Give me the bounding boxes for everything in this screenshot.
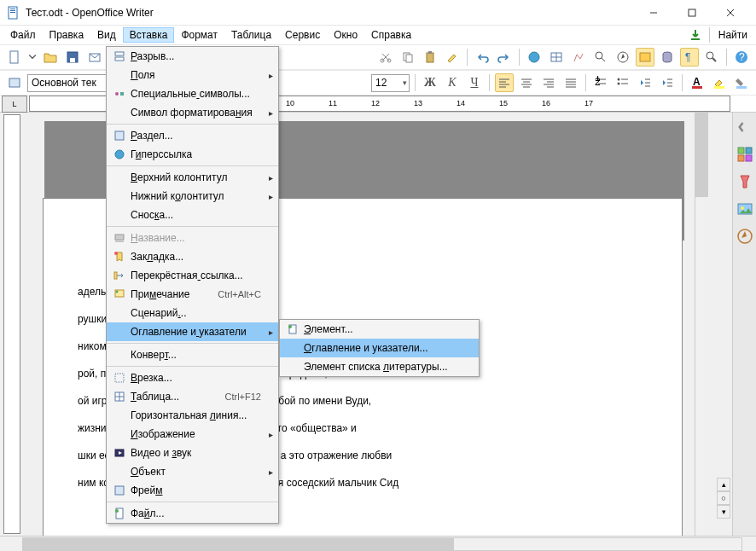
download-icon[interactable] bbox=[689, 28, 702, 42]
insert-menu-item-3[interactable]: Символ форматирования▸ bbox=[107, 103, 278, 122]
insert-menu-item-15[interactable]: ПримечаниеCtrl+Alt+C bbox=[107, 285, 278, 304]
insert-menu-item-17[interactable]: Оглавление и указатели▸ bbox=[107, 322, 278, 341]
undo-button[interactable] bbox=[473, 48, 491, 67]
menu-insert[interactable]: Вставка bbox=[123, 27, 175, 43]
help-button[interactable]: ? bbox=[732, 48, 751, 67]
styles-panel-icon[interactable] bbox=[736, 172, 754, 191]
vertical-scrollbar[interactable] bbox=[695, 113, 708, 536]
find-label[interactable]: Найти bbox=[718, 29, 747, 41]
insert-menu-item-23[interactable]: Горизонтальная линия... bbox=[107, 406, 278, 425]
toc-submenu-item-0[interactable]: Элемент... bbox=[280, 320, 479, 339]
menu-window[interactable]: Окно bbox=[327, 27, 364, 43]
menu-view[interactable]: Вид bbox=[90, 27, 123, 43]
insert-menu-item-5[interactable]: Раздел... bbox=[107, 126, 278, 145]
insert-menu-item-25[interactable]: Видео и звук bbox=[107, 444, 278, 462]
highlight-button[interactable] bbox=[710, 73, 729, 92]
menu-format[interactable]: Формат bbox=[174, 27, 224, 43]
new-doc-button[interactable] bbox=[5, 48, 24, 67]
find-replace-button[interactable] bbox=[591, 48, 610, 67]
data-sources-button[interactable] bbox=[658, 48, 677, 67]
gallery-panel-icon[interactable] bbox=[736, 200, 754, 218]
svg-rect-82 bbox=[115, 235, 124, 240]
bullet-list-button[interactable] bbox=[614, 73, 632, 92]
svg-point-97 bbox=[288, 325, 292, 328]
titlebar: Тест.odt - OpenOffice Writer bbox=[0, 0, 756, 26]
redo-button[interactable] bbox=[495, 48, 514, 67]
menu-tools[interactable]: Сервис bbox=[278, 27, 327, 43]
scrollbar-thumb[interactable] bbox=[23, 538, 454, 550]
zoom-button[interactable] bbox=[702, 48, 721, 67]
underline-button[interactable]: Ч bbox=[465, 73, 484, 92]
insert-menu-item-14[interactable]: Перекрёстная ссылка... bbox=[107, 266, 278, 285]
menu-help[interactable]: Справка bbox=[364, 27, 418, 43]
background-color-button[interactable] bbox=[732, 73, 751, 92]
horizontal-scrollbar[interactable] bbox=[22, 537, 742, 551]
insert-menu-item-0[interactable]: Разрыв... bbox=[107, 47, 278, 66]
properties-panel-icon[interactable] bbox=[736, 145, 754, 164]
insert-menu-item-29[interactable]: Файл... bbox=[107, 504, 278, 523]
svg-rect-72 bbox=[746, 155, 752, 161]
styles-button[interactable] bbox=[5, 73, 24, 92]
hyperlink-toolbar-button[interactable] bbox=[525, 48, 544, 67]
svg-point-78 bbox=[115, 92, 119, 96]
ruler-corner[interactable]: L bbox=[2, 96, 27, 113]
insert-menu-item-6[interactable]: Гиперссылка bbox=[107, 145, 278, 164]
cut-button[interactable] bbox=[376, 48, 395, 67]
navigator-panel-icon[interactable] bbox=[736, 227, 754, 246]
bold-button[interactable]: Ж bbox=[421, 73, 439, 92]
insert-menu-item-2[interactable]: Специальные символы... bbox=[107, 84, 278, 103]
insert-menu-item-10[interactable]: Сноска... bbox=[107, 206, 278, 224]
open-button[interactable] bbox=[41, 48, 60, 67]
insert-menu-item-12[interactable]: Название... bbox=[107, 229, 278, 247]
menu-table[interactable]: Таблица bbox=[224, 27, 278, 43]
minimize-button[interactable] bbox=[634, 0, 672, 25]
sidebar-toggle-icon[interactable] bbox=[736, 118, 754, 136]
menu-item-label: Специальные символы... bbox=[131, 88, 261, 100]
insert-menu-item-22[interactable]: Таблица...Ctrl+F12 bbox=[107, 387, 278, 406]
vertical-ruler[interactable] bbox=[3, 114, 20, 534]
nonprinting-chars-button[interactable]: ¶ bbox=[680, 48, 699, 67]
insert-menu-item-9[interactable]: Нижний колонтитул▸ bbox=[107, 187, 278, 206]
font-color-button[interactable]: A bbox=[688, 73, 707, 92]
format-paintbrush-button[interactable] bbox=[443, 48, 462, 67]
close-button[interactable] bbox=[711, 0, 749, 25]
menu-item-label: Верхний колонтитул bbox=[131, 171, 261, 183]
maximize-button[interactable] bbox=[672, 0, 711, 25]
increase-indent-button[interactable] bbox=[658, 73, 677, 92]
gallery-button[interactable] bbox=[636, 48, 654, 67]
align-right-button[interactable] bbox=[539, 73, 558, 92]
save-button[interactable] bbox=[63, 48, 82, 67]
menu-edit[interactable]: Правка bbox=[43, 27, 91, 43]
navigator-button[interactable] bbox=[614, 48, 632, 67]
align-justify-button[interactable] bbox=[561, 73, 580, 92]
insert-menu-item-19[interactable]: Конверт... bbox=[107, 345, 278, 364]
new-dropdown[interactable] bbox=[27, 48, 38, 67]
insert-menu-item-26[interactable]: Объект▸ bbox=[107, 462, 278, 481]
show-draw-button[interactable] bbox=[569, 48, 588, 67]
nav-target-button[interactable]: ○ bbox=[717, 491, 730, 505]
insert-menu-item-16[interactable]: Сценарий... bbox=[107, 304, 278, 322]
insert-menu-item-24[interactable]: Изображение▸ bbox=[107, 425, 278, 444]
scrollbar-thumb[interactable] bbox=[695, 113, 708, 197]
align-center-button[interactable] bbox=[517, 73, 536, 92]
email-button[interactable] bbox=[85, 48, 104, 67]
toc-submenu-item-1[interactable]: Оглавление и указатели... bbox=[280, 339, 479, 357]
paste-button[interactable] bbox=[421, 48, 439, 67]
insert-menu-item-13[interactable]: Закладка... bbox=[107, 247, 278, 266]
toc-submenu-item-2[interactable]: Элемент списка литературы... bbox=[280, 357, 479, 376]
prev-page-button[interactable]: ▴ bbox=[717, 478, 730, 491]
menu-file[interactable]: Файл bbox=[3, 27, 43, 43]
insert-menu-item-21[interactable]: Врезка... bbox=[107, 368, 278, 387]
svg-text:2: 2 bbox=[595, 76, 601, 88]
decrease-indent-button[interactable] bbox=[636, 73, 654, 92]
copy-button[interactable] bbox=[398, 48, 417, 67]
numbered-list-button[interactable]: 12 bbox=[591, 73, 610, 92]
table-toolbar-button[interactable] bbox=[547, 48, 566, 67]
insert-menu-item-27[interactable]: Фрейм bbox=[107, 481, 278, 500]
align-left-button[interactable] bbox=[495, 73, 514, 92]
italic-button[interactable]: К bbox=[443, 73, 462, 92]
font-size-combo[interactable]: 12 ▾ bbox=[371, 74, 410, 92]
next-page-button[interactable]: ▾ bbox=[717, 505, 730, 519]
insert-menu-item-8[interactable]: Верхний колонтитул▸ bbox=[107, 168, 278, 187]
insert-menu-item-1[interactable]: Поля▸ bbox=[107, 66, 278, 84]
